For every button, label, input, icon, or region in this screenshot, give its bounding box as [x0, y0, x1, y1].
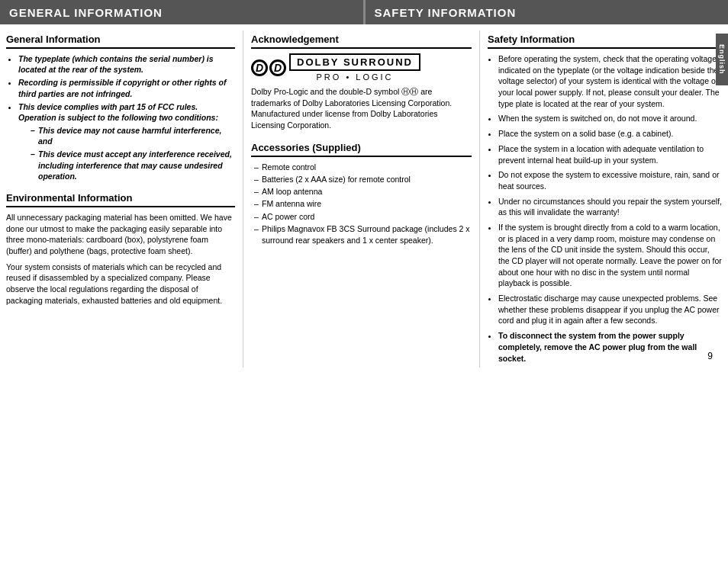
- main-content: General Information The typeplate (which…: [0, 24, 728, 374]
- safety-info-title: SAFETY INFORMATION: [375, 6, 517, 19]
- acknowledgement-para: Dolby Pro-Logic and the double-D symbol …: [251, 86, 472, 131]
- english-tab: English: [716, 34, 728, 85]
- dolby-prologic-text: PRO • LOGIC: [289, 72, 420, 82]
- acknowledgement-section-header: Acknowledgement: [251, 34, 472, 49]
- header-right: SAFETY INFORMATION: [366, 0, 729, 24]
- right-column: Safety Information Before operating the …: [479, 30, 722, 368]
- safety-bullet-6: If the system is brought directly from a…: [498, 222, 722, 289]
- safety-bullet-2: Place the system on a solid base (e.g. a…: [498, 128, 722, 140]
- accessory-item-4: AC power cord: [254, 211, 472, 223]
- accessory-item-1: Batteries (2 x AAA size) for remote cont…: [254, 174, 472, 185]
- environmental-para-2: Your system consists of materials which …: [6, 262, 235, 307]
- dolby-logo-area: D D DOLBY SURROUND PRO • LOGIC: [251, 53, 472, 82]
- dolby-surround-text: DOLBY SURROUND: [297, 56, 413, 68]
- middle-column: Acknowledgement D D DOLBY SURROUND PRO •…: [243, 30, 479, 368]
- page-number: 9: [707, 351, 713, 361]
- general-info-indent-list: This device may not cause harmful interf…: [18, 125, 235, 181]
- environmental-para-1: All unnecessary packaging material has b…: [6, 212, 235, 257]
- safety-bullet-0: Before operating the system, check that …: [498, 53, 722, 109]
- general-info-list: The typeplate (which contains the serial…: [6, 53, 235, 181]
- dolby-d-symbol-1: D: [251, 59, 268, 76]
- accessories-section-header: Accessories (Supplied): [251, 142, 472, 157]
- accessory-item-0: Remote control: [254, 162, 472, 173]
- safety-info-list: Before operating the system, check that …: [488, 53, 722, 364]
- dolby-d-symbol-2: D: [269, 59, 286, 76]
- general-info-bullet-3: This device complies with part 15 of FCC…: [18, 101, 235, 181]
- safety-bullet-5: Under no circumstances should you repair…: [498, 196, 722, 218]
- safety-bullet-1: When the system is switched on, do not m…: [498, 113, 722, 124]
- indent-item-2: This device must accept any interference…: [31, 149, 235, 181]
- header-bar: GENERAL INFORMATION SAFETY INFORMATION: [0, 0, 728, 24]
- safety-bullet-3: Place the system in a location with adeq…: [498, 143, 722, 165]
- accessory-item-5: Philips Magnavox FB 3CS Surround package…: [254, 223, 472, 246]
- header-left: GENERAL INFORMATION: [0, 0, 366, 24]
- safety-bullet-8: To disconnect the system from the power …: [498, 330, 722, 364]
- dolby-surround-box: DOLBY SURROUND: [289, 53, 420, 71]
- indent-item-1: This device may not cause harmful interf…: [31, 125, 235, 146]
- left-column: General Information The typeplate (which…: [6, 30, 243, 368]
- dolby-dd-symbols: D D: [251, 59, 286, 76]
- dolby-text-container: DOLBY SURROUND PRO • LOGIC: [289, 53, 420, 82]
- accessory-item-3: FM antenna wire: [254, 198, 472, 210]
- general-info-bullet-1: The typeplate (which contains the serial…: [18, 53, 235, 75]
- general-info-title: GENERAL INFORMATION: [9, 6, 163, 19]
- general-info-bullet-2: Recording is permissible if copyright or…: [18, 77, 235, 98]
- accessories-list: Remote control Batteries (2 x AAA size) …: [251, 162, 472, 247]
- environmental-info-section-header: Environmental Information: [6, 192, 235, 207]
- safety-bullet-4: Do not expose the system to excessive mo…: [498, 169, 722, 191]
- safety-bullet-8-bold: To disconnect the system from the power …: [498, 331, 697, 362]
- accessory-item-2: AM loop antenna: [254, 186, 472, 197]
- general-info-section-header: General Information: [6, 34, 235, 49]
- safety-info-section-header: Safety Information: [488, 34, 722, 49]
- safety-bullet-7: Electrostatic discharge may cause unexpe…: [498, 293, 722, 326]
